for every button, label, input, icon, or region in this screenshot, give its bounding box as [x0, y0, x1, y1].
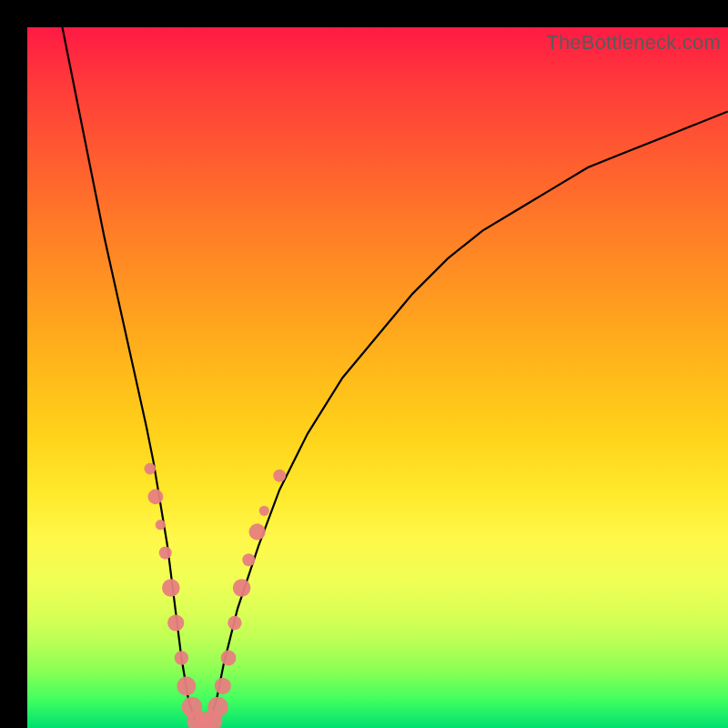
data-marker [233, 579, 251, 597]
data-marker [175, 651, 188, 664]
marker-cluster [145, 463, 287, 728]
data-marker [145, 463, 157, 475]
data-marker [221, 651, 237, 666]
data-marker [242, 553, 255, 566]
data-marker [273, 470, 286, 482]
data-marker [259, 506, 269, 516]
chart-frame: TheBottleneck.com [0, 0, 728, 728]
data-marker [167, 614, 184, 631]
data-marker [177, 676, 196, 695]
data-marker [228, 616, 241, 630]
bottleneck-curve-svg [27, 27, 728, 728]
data-marker [148, 490, 164, 505]
data-marker [249, 523, 266, 540]
data-marker [162, 579, 180, 597]
plot-area: TheBottleneck.com [27, 27, 728, 728]
data-marker [156, 520, 166, 530]
data-marker [215, 678, 231, 694]
data-marker [159, 547, 172, 560]
bottleneck-curve-path [63, 27, 729, 728]
data-marker [207, 697, 228, 717]
